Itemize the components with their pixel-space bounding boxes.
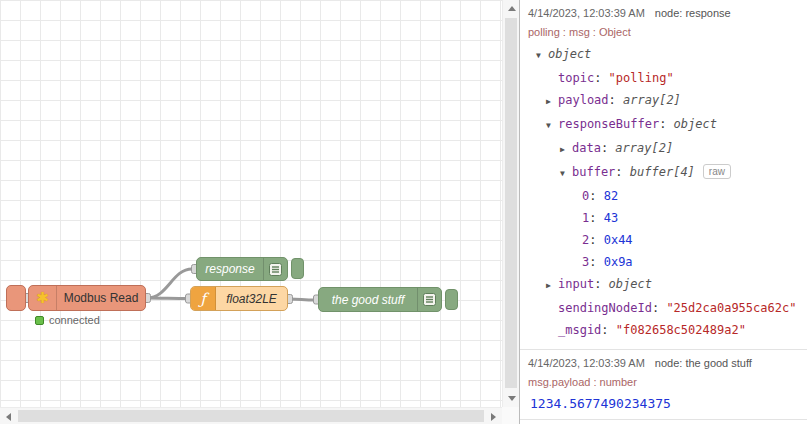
object-value: 0x9a: [604, 255, 633, 269]
message-node-name: node: the good stuff: [655, 357, 752, 369]
object-value: "f082658c502489a2": [616, 323, 746, 337]
status-dot-icon: [35, 316, 44, 325]
modbus-icon-glyph: ✱: [36, 289, 49, 307]
message-topic: msg.payload : number: [528, 376, 799, 388]
debug-sidebar[interactable]: 4/14/2023, 12:03:39 AMnode: response pol…: [519, 0, 807, 424]
scroll-right-button[interactable]: [485, 408, 502, 424]
status-label: connected: [49, 314, 100, 326]
object-value: "polling": [609, 71, 674, 85]
tree-row: topic"polling": [528, 67, 799, 89]
horizontal-scrollbar[interactable]: [0, 407, 502, 424]
node-label: Modbus Read: [57, 291, 145, 305]
debug-list-icon: [417, 288, 441, 311]
wire[interactable]: [147, 269, 192, 298]
flow-canvas[interactable]: ✱ Modbus Read connected response: [0, 0, 502, 407]
node-label: float32LE: [216, 292, 287, 306]
wire-layer: [0, 0, 502, 407]
raw-button[interactable]: raw: [703, 164, 731, 179]
tree-row: responseBufferobject: [528, 113, 799, 137]
object-key: topic: [558, 71, 609, 85]
debug-message: 4/14/2023, 12:03:39 AMnode: the good stu…: [520, 350, 807, 420]
object-key: input: [558, 277, 609, 291]
tree-row: _msgid"f082658c502489a2": [528, 319, 799, 341]
node-the-good-stuff[interactable]: the good stuff: [318, 287, 442, 312]
object-key: responseBuffer: [558, 117, 674, 131]
scroll-left-button[interactable]: [0, 408, 17, 424]
object-key: data: [572, 141, 615, 155]
tree-row: 20x44: [528, 229, 799, 251]
scroll-down-button[interactable]: [503, 390, 520, 407]
object-key: 2: [582, 233, 604, 247]
object-key: buffer: [572, 165, 630, 179]
tree-row: 30x9a: [528, 251, 799, 273]
tree-row: inputobject: [528, 273, 799, 297]
node-red-window: ✱ Modbus Read connected response: [0, 0, 807, 424]
message-meta: 4/14/2023, 12:03:39 AMnode: the good stu…: [528, 357, 799, 369]
scrollbar-thumb[interactable]: [18, 410, 484, 422]
object-value: array[2]: [615, 141, 673, 155]
node-response[interactable]: response: [196, 257, 288, 281]
debug-toggle-button[interactable]: [291, 258, 304, 279]
scrollbar-corner: [502, 407, 519, 424]
expand-icon[interactable]: [546, 91, 558, 113]
node-label: response: [197, 262, 263, 276]
object-value: object: [609, 277, 652, 291]
tree-row: 143: [528, 207, 799, 229]
object-type: object: [548, 47, 591, 61]
vertical-scrollbar[interactable]: [502, 0, 519, 407]
message-node-name: node: response: [655, 7, 731, 19]
node-float32le[interactable]: ƒ float32LE: [190, 286, 288, 311]
scrollbar-thumb[interactable]: [505, 18, 517, 388]
tree-row: object: [528, 43, 799, 67]
modbus-icon: ✱: [29, 286, 57, 310]
message-meta: 4/14/2023, 12:03:39 AMnode: response: [528, 7, 799, 19]
object-value: object: [674, 117, 717, 131]
object-key: payload: [558, 93, 623, 107]
debug-toggle-button[interactable]: [445, 289, 458, 310]
node-status: connected: [35, 314, 100, 326]
collapse-icon[interactable]: [560, 163, 572, 185]
message-topic: polling : msg : Object: [528, 26, 799, 38]
node-label: the good stuff: [319, 293, 417, 307]
tree-row: bufferbuffer[4]raw: [528, 161, 799, 185]
payload-value: 1234.5677490234375: [528, 393, 799, 411]
message-timestamp: 4/14/2023, 12:03:39 AM: [528, 357, 645, 369]
function-icon: ƒ: [191, 287, 216, 310]
tree-row: payloadarray[2]: [528, 89, 799, 113]
node-modbus-trigger[interactable]: [6, 285, 26, 311]
scroll-up-button[interactable]: [503, 0, 520, 17]
tree-row: dataarray[2]: [528, 137, 799, 161]
debug-message: 4/14/2023, 12:03:39 AMnode: response pol…: [520, 0, 807, 350]
object-value: 43: [604, 211, 618, 225]
object-value: buffer[4]: [630, 165, 695, 179]
message-timestamp: 4/14/2023, 12:03:39 AM: [528, 7, 645, 19]
object-key: sendingNodeId: [558, 301, 666, 315]
object-value: array[2]: [623, 93, 681, 107]
tree-row: sendingNodeId"25d2ca0a955ca62c": [528, 297, 799, 319]
node-modbus-read[interactable]: ✱ Modbus Read: [28, 285, 146, 311]
object-key: 1: [582, 211, 604, 225]
collapse-icon[interactable]: [546, 115, 558, 137]
wire[interactable]: [147, 298, 187, 299]
object-value: 82: [604, 189, 618, 203]
expand-icon[interactable]: [560, 139, 572, 161]
object-key: 0: [582, 189, 604, 203]
tree-row: 082: [528, 185, 799, 207]
collapse-icon[interactable]: [536, 45, 548, 67]
object-key: 3: [582, 255, 604, 269]
object-key: _msgid: [558, 323, 616, 337]
object-value: "25d2ca0a955ca62c": [666, 301, 796, 315]
function-icon-glyph: ƒ: [200, 290, 206, 308]
expand-icon[interactable]: [546, 275, 558, 297]
debug-list-icon: [263, 258, 287, 280]
object-value: 0x44: [604, 233, 633, 247]
